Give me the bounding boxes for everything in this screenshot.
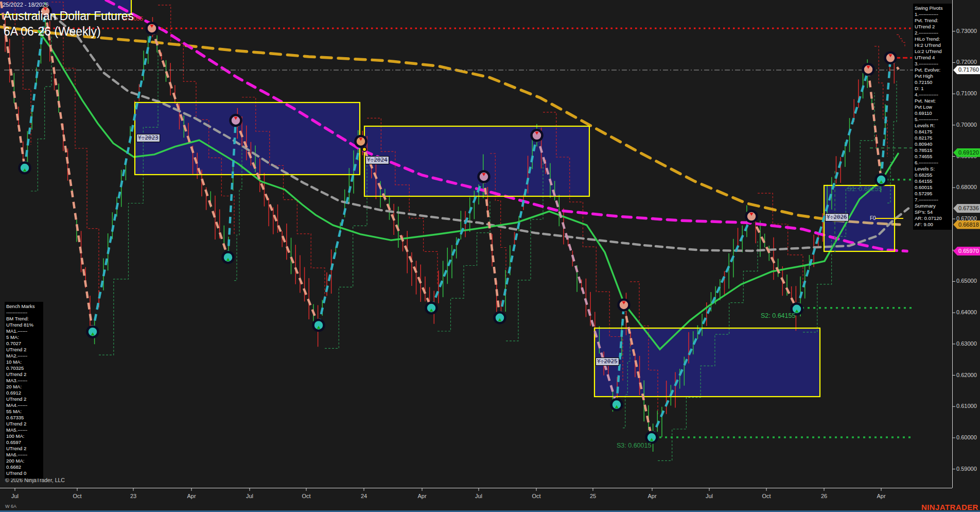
time-axis-label[interactable]: Jul: [706, 493, 713, 499]
time-axis-label[interactable]: Apr: [647, 493, 656, 499]
bench-marks-line: Bench Marks: [6, 303, 42, 310]
price-axis-label[interactable]: 0.61000: [956, 403, 977, 409]
swing-pivots-line: 5.------------: [915, 116, 951, 123]
time-axis-label[interactable]: 24: [361, 493, 367, 499]
bench-marks-line: MA6.------: [6, 452, 42, 458]
time-axis-label[interactable]: Oct: [73, 493, 81, 499]
bench-marks-line: BM Trend:: [6, 316, 42, 322]
swing-pivots-line: D: 1: [915, 86, 951, 92]
bench-marks-line: MA3.------: [6, 378, 42, 384]
price-axis-label[interactable]: 0.60000: [956, 434, 977, 440]
price-axis-label[interactable]: 0.73000: [956, 28, 977, 34]
swing-pivots-line: HiLo Trend:: [915, 36, 951, 42]
swing-pivots-line: 0.82175: [915, 135, 951, 141]
price-marker-tag: 0.71760: [953, 65, 980, 74]
bench-marks-line: 20 MA:: [6, 384, 42, 390]
ninjatrader-chart-window: 25/2022 - 18/2026 0.73095 Australian Dol…: [0, 0, 980, 512]
price-marker-tag: 0.69120: [953, 148, 980, 157]
bench-marks-line: MA5.------: [6, 427, 42, 433]
swing-pivots-line: 0.78515: [915, 147, 951, 153]
swing-pivots-line: Swing Pivots: [915, 5, 951, 11]
bench-marks-line: MA2.------: [6, 353, 42, 359]
support-label-s1: S1: 0.68255: [847, 185, 882, 193]
price-axis-label[interactable]: 0.71000: [956, 90, 977, 96]
chart-title-line2: 6A 06-26 (Weekly): [4, 24, 134, 39]
bench-marks-line: 0.67335: [6, 415, 42, 421]
bench-marks-line: UTrend 81%: [6, 322, 42, 328]
bench-marks-line: UTrend 2: [6, 421, 42, 427]
time-axis-label[interactable]: Jul: [11, 493, 19, 499]
bench-marks-line: UTrend 2: [6, 446, 42, 452]
bench-marks-line: 0.7027: [6, 340, 42, 347]
swing-pivots-line: Pvt. Evolve:: [915, 67, 951, 73]
swing-pivots-line: Lo:2 UTrend: [915, 48, 951, 55]
swing-pivots-line: AF: 9.00: [915, 221, 951, 228]
chart-title-line1: Australian Dollar Futures: [4, 8, 134, 24]
bench-marks-line: UTrend 0: [6, 470, 42, 476]
swing-pivots-line: AR: 0.07120: [915, 215, 951, 221]
time-axis-label[interactable]: Oct: [762, 493, 771, 499]
bench-marks-panel: Bench Marks-------------BM Trend:UTrend …: [5, 302, 43, 479]
support-label-s2: S2: 0.64155: [761, 312, 795, 319]
support-label-s3: S3: 0.60015: [617, 442, 651, 449]
swing-pivots-line: 0.84175: [915, 129, 951, 135]
bench-marks-line: 0.70325: [6, 365, 42, 371]
price-axis-label[interactable]: 0.64000: [956, 309, 977, 315]
swing-pivots-line: 0.57295: [915, 191, 951, 197]
time-axis-label[interactable]: Apr: [877, 493, 885, 499]
time-axis-label[interactable]: Oct: [302, 493, 310, 499]
price-axis-label[interactable]: 0.65000: [956, 278, 977, 284]
time-axis-label[interactable]: 26: [821, 493, 827, 499]
time-axis-label[interactable]: 23: [130, 493, 136, 499]
bench-marks-line: 0.6912: [6, 390, 42, 396]
swing-pivots-line: 7.------------: [915, 197, 951, 203]
swing-pivots-line: Pvt High: [915, 73, 951, 79]
year-box-label: Y:2024: [365, 156, 389, 164]
bench-marks-line: 200 MA:: [6, 458, 42, 464]
swing-pivots-line: 0.69110: [915, 110, 951, 116]
swing-pivots-line: 1.------------: [915, 11, 951, 18]
bench-marks-line: 10 MA:: [6, 359, 42, 365]
swing-pivots-line: 0.72150: [915, 79, 951, 86]
price-axis-label[interactable]: 0.68000: [956, 184, 977, 190]
swing-pivots-line: Levels R:: [915, 123, 951, 129]
swing-pivots-line: SP's: 54: [915, 209, 951, 215]
time-axis-label[interactable]: Apr: [187, 493, 196, 499]
swing-pivots-line: 0.74655: [915, 153, 951, 160]
swing-pivots-line: 2.------------: [915, 30, 951, 36]
price-marker-tag: 0.67336: [953, 204, 980, 213]
price-axis-label[interactable]: 0.70000: [956, 122, 977, 128]
f0-marker-label: F0: [870, 215, 876, 221]
time-axis-label[interactable]: 25: [590, 493, 596, 499]
bench-marks-line: MA4.------: [6, 402, 42, 408]
bench-marks-line: UTrend 2: [6, 396, 42, 402]
swing-pivots-line: 3.------------: [915, 61, 951, 67]
swing-pivots-line: 0.60015: [915, 184, 951, 191]
chart-title: Australian Dollar Futures 6A 06-26 (Week…: [4, 8, 134, 39]
bench-marks-line: MA1.------: [6, 328, 42, 334]
bench-marks-line: UTrend 2: [6, 371, 42, 378]
swing-pivots-line: 0.64155: [915, 178, 951, 184]
time-axis-label[interactable]: Apr: [417, 493, 426, 499]
bench-marks-line: 5 MA:: [6, 334, 42, 340]
price-axis-label[interactable]: 0.59000: [956, 466, 977, 472]
time-axis-label[interactable]: Oct: [532, 493, 540, 499]
bench-marks-line: 55 MA:: [6, 408, 42, 415]
swing-pivots-line: UTrend 4: [915, 55, 951, 61]
chart-canvas[interactable]: [0, 0, 980, 512]
price-marker-tag: 0.65970: [953, 247, 980, 255]
time-axis-label[interactable]: Jul: [475, 493, 482, 499]
swing-pivots-line: 0.68255: [915, 172, 951, 178]
bench-marks-line: 0.6682: [6, 464, 42, 470]
bench-marks-line: UTrend 2: [6, 347, 42, 353]
price-axis-label[interactable]: 0.62000: [956, 372, 977, 378]
swing-pivots-line: 4.------------: [915, 92, 951, 98]
price-axis-label[interactable]: 0.72000: [956, 59, 977, 65]
swing-pivots-line: Pvt. Trend:: [915, 18, 951, 24]
swing-pivots-line: Pvt Low: [915, 104, 951, 110]
swing-pivots-line: 6.------------: [915, 160, 951, 166]
time-axis-label[interactable]: Jul: [246, 493, 253, 499]
instrument-tag: W 6A: [5, 504, 16, 509]
date-range-label: 25/2022 - 18/2026: [3, 2, 48, 8]
price-axis-label[interactable]: 0.63000: [956, 340, 977, 347]
